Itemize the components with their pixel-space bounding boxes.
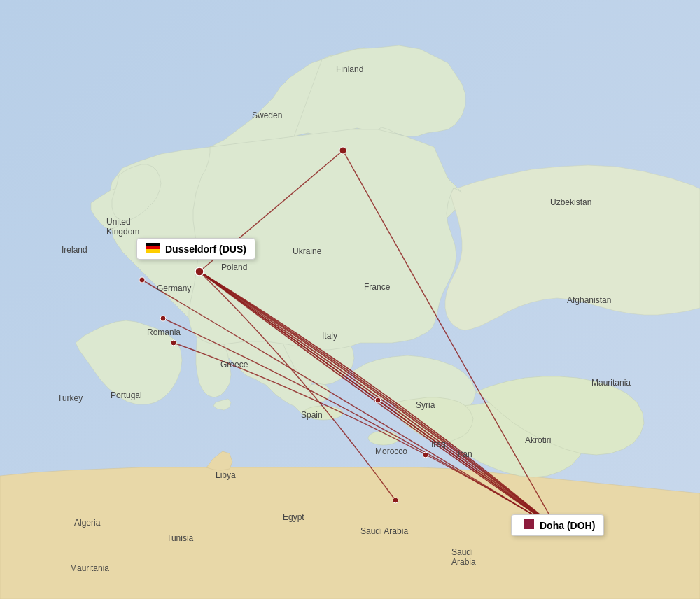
dus-flag <box>146 243 160 255</box>
doh-tooltip: Doha (DOH) <box>511 514 604 536</box>
par-dot <box>160 316 166 321</box>
dus-dot <box>195 267 204 276</box>
bey-dot <box>423 452 428 458</box>
map-svg <box>0 0 700 599</box>
map-container: Finland Sweden UnitedKingdom Ireland Ger… <box>0 0 700 599</box>
amm-dot <box>393 498 398 503</box>
lon-dot <box>139 277 145 283</box>
dus-label: Dusseldorf (DUS) <box>165 244 246 255</box>
doh-label: Doha (DOH) <box>540 520 595 531</box>
svg-rect-0 <box>146 243 160 246</box>
dus-tooltip: Dusseldorf (DUS) <box>136 238 255 260</box>
svg-rect-1 <box>146 246 160 249</box>
svg-rect-2 <box>146 249 160 253</box>
ath-dot <box>375 397 381 403</box>
doh-flag <box>520 519 534 531</box>
stp-dot <box>340 147 346 154</box>
svg-rect-6 <box>520 519 524 529</box>
lyo-dot <box>171 340 176 346</box>
